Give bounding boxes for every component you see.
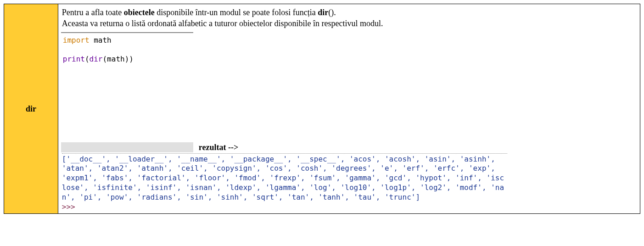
reference-table: dir Pentru a afla toate obiectele dispon… <box>4 4 640 214</box>
result-label: rezultat --> <box>193 142 238 152</box>
description: Pentru a afla toate obiectele disponibil… <box>62 7 636 29</box>
output-list: ['__doc__', '__loader__', '__name__', '_… <box>62 155 504 201</box>
desc-bold-1: obiectele <box>124 8 155 17</box>
content-cell: Pentru a afla toate obiectele disponibil… <box>58 4 640 214</box>
result-bar-grey <box>61 142 193 152</box>
result-bar: rezultat --> <box>61 142 637 152</box>
function-name: dir <box>26 104 36 113</box>
code-rest: (math)) <box>102 55 133 63</box>
desc-text: disponibile într-un modul se poate folos… <box>155 8 318 17</box>
keyword-import: import <box>63 36 90 45</box>
builtin-print: print <box>63 55 85 63</box>
desc-bold-2: dir <box>318 8 328 17</box>
output-block: ['__doc__', '__loader__', '__name__', '_… <box>62 153 507 212</box>
builtin-dir: dir <box>90 55 103 63</box>
paren: ( <box>85 55 90 63</box>
python-prompt: >>> <box>62 202 75 211</box>
code-block: import math print(dir(math)) <box>61 32 193 141</box>
desc-text: Pentru a afla toate <box>62 8 124 17</box>
desc-text: (). <box>328 8 336 17</box>
code-module: math <box>90 36 112 45</box>
desc-line2: Aceasta va returna o listă ordonată alfa… <box>62 19 383 28</box>
function-name-cell: dir <box>4 4 58 214</box>
